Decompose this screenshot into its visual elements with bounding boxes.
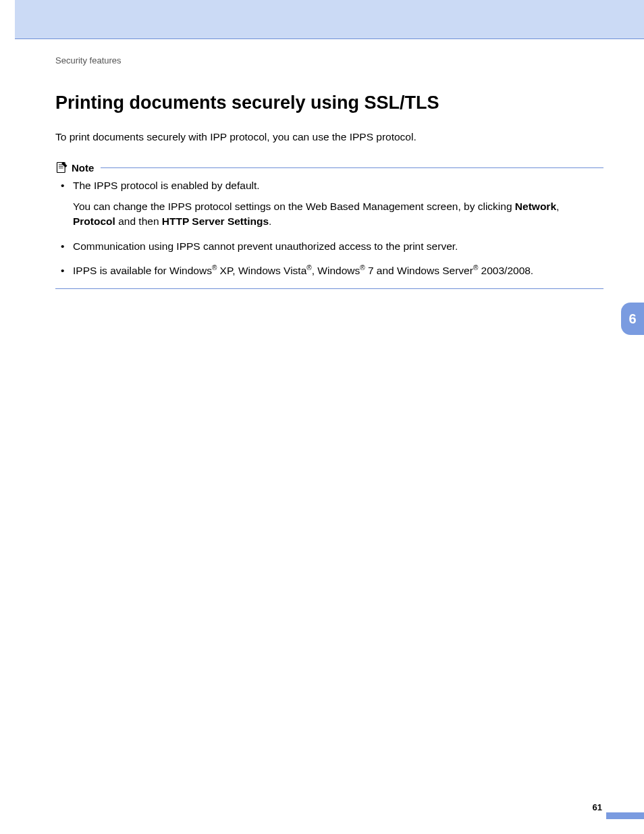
page-number: 61 [593, 802, 602, 812]
note-text: 2003/2008. [478, 265, 533, 277]
intro-paragraph: To print documents securely with IPP pro… [55, 130, 603, 145]
note-icon [55, 161, 69, 174]
bold-network: Network [515, 201, 556, 212]
note-text: IPPS is available for Windows [73, 265, 212, 277]
note-item-2: Communication using IPPS cannot prevent … [65, 239, 603, 254]
registered-mark: ® [360, 264, 365, 271]
page-title: Printing documents securely using SSL/TL… [55, 93, 603, 113]
note-text: 7 and Windows Server [365, 265, 473, 277]
note-item-1-line2: You can change the IPPS protocol setting… [73, 199, 603, 230]
note-rule-bottom [55, 288, 603, 289]
note-text: You can change the IPPS protocol setting… [73, 201, 515, 212]
page-footer: 61 [0, 802, 644, 819]
header-band [15, 0, 644, 39]
note-text: . [269, 215, 271, 227]
bold-protocol: Protocol [73, 215, 115, 227]
note-text: , [556, 201, 559, 212]
note-text: , Windows [312, 265, 360, 277]
bold-http-server-settings: HTTP Server Settings [162, 215, 269, 227]
note-list: The IPPS protocol is enabled by default.… [55, 178, 603, 279]
note-item-3: IPPS is available for Windows® XP, Windo… [65, 263, 603, 279]
page-content: Security features Printing documents sec… [55, 55, 603, 289]
registered-mark: ® [306, 264, 311, 271]
chapter-tab: 6 [621, 303, 644, 335]
note-item-1-line1: The IPPS protocol is enabled by default. [73, 180, 260, 191]
note-item-1: The IPPS protocol is enabled by default.… [65, 178, 603, 229]
breadcrumb: Security features [55, 55, 603, 66]
note-text: and then [115, 215, 162, 227]
footer-accent-bar [606, 812, 644, 819]
note-header: Note [55, 161, 603, 174]
note-text: XP, Windows Vista [217, 265, 306, 277]
note-rule-top [101, 167, 603, 168]
note-label: Note [72, 162, 94, 174]
